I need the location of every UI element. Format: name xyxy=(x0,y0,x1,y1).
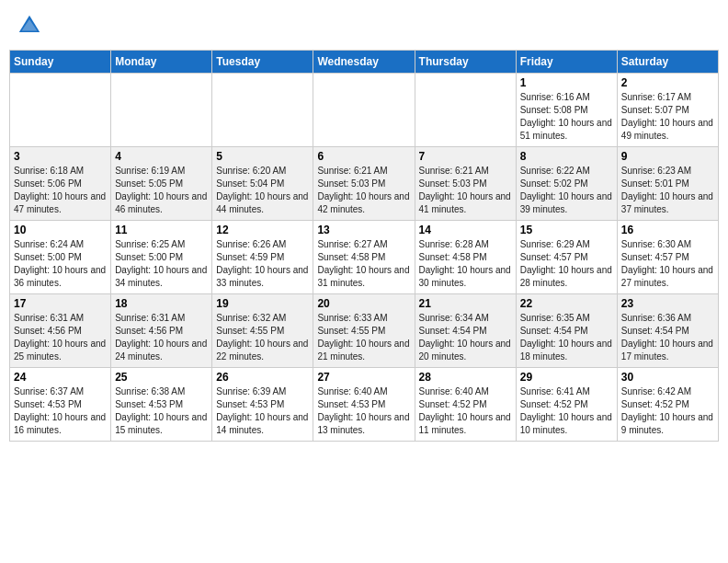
page-header xyxy=(9,9,719,42)
day-info: Sunrise: 6:20 AMSunset: 5:04 PMDaylight:… xyxy=(216,165,309,216)
calendar-cell xyxy=(111,74,212,147)
calendar-cell: 23Sunrise: 6:36 AMSunset: 4:54 PMDayligh… xyxy=(617,294,718,368)
day-number: 8 xyxy=(520,150,613,163)
day-info: Sunrise: 6:31 AMSunset: 4:56 PMDaylight:… xyxy=(14,312,107,363)
calendar-cell: 19Sunrise: 6:32 AMSunset: 4:55 PMDayligh… xyxy=(212,294,313,368)
calendar-cell: 4Sunrise: 6:19 AMSunset: 5:05 PMDaylight… xyxy=(111,147,212,221)
calendar-cell: 5Sunrise: 6:20 AMSunset: 5:04 PMDaylight… xyxy=(212,147,313,221)
calendar-cell xyxy=(313,74,415,147)
day-number: 2 xyxy=(621,76,714,89)
day-info: Sunrise: 6:27 AMSunset: 4:58 PMDaylight:… xyxy=(317,238,410,290)
calendar-cell: 9Sunrise: 6:23 AMSunset: 5:01 PMDaylight… xyxy=(617,147,718,221)
day-info: Sunrise: 6:21 AMSunset: 5:03 PMDaylight:… xyxy=(419,165,512,216)
day-number: 22 xyxy=(520,297,613,310)
day-number: 12 xyxy=(216,224,309,236)
day-info: Sunrise: 6:21 AMSunset: 5:03 PMDaylight:… xyxy=(317,165,410,216)
day-number: 24 xyxy=(14,371,107,384)
calendar-cell: 29Sunrise: 6:41 AMSunset: 4:52 PMDayligh… xyxy=(516,368,617,442)
day-number: 18 xyxy=(115,297,208,310)
day-number: 17 xyxy=(14,297,107,310)
day-number: 10 xyxy=(14,224,107,236)
calendar-cell: 14Sunrise: 6:28 AMSunset: 4:58 PMDayligh… xyxy=(415,221,516,294)
day-info: Sunrise: 6:37 AMSunset: 4:53 PMDaylight:… xyxy=(14,385,107,437)
day-info: Sunrise: 6:17 AMSunset: 5:07 PMDaylight:… xyxy=(621,91,714,143)
day-info: Sunrise: 6:30 AMSunset: 4:57 PMDaylight:… xyxy=(621,238,714,290)
day-number: 13 xyxy=(317,224,410,236)
calendar-cell xyxy=(10,74,111,147)
day-info: Sunrise: 6:33 AMSunset: 4:55 PMDaylight:… xyxy=(317,312,410,363)
day-number: 21 xyxy=(419,297,512,310)
calendar-cell: 20Sunrise: 6:33 AMSunset: 4:55 PMDayligh… xyxy=(313,294,415,368)
weekday-header-sunday: Sunday xyxy=(10,51,111,74)
day-number: 30 xyxy=(621,371,714,384)
calendar-cell: 30Sunrise: 6:42 AMSunset: 4:52 PMDayligh… xyxy=(617,368,718,442)
day-info: Sunrise: 6:22 AMSunset: 5:02 PMDaylight:… xyxy=(520,165,613,216)
day-number: 5 xyxy=(216,150,309,163)
day-number: 25 xyxy=(115,371,208,384)
logo xyxy=(17,13,46,39)
calendar-cell: 15Sunrise: 6:29 AMSunset: 4:57 PMDayligh… xyxy=(516,221,617,294)
day-info: Sunrise: 6:35 AMSunset: 4:54 PMDaylight:… xyxy=(520,312,613,363)
day-number: 26 xyxy=(216,371,309,384)
calendar-cell: 25Sunrise: 6:38 AMSunset: 4:53 PMDayligh… xyxy=(111,368,212,442)
calendar-cell: 22Sunrise: 6:35 AMSunset: 4:54 PMDayligh… xyxy=(516,294,617,368)
calendar-cell: 28Sunrise: 6:40 AMSunset: 4:52 PMDayligh… xyxy=(415,368,516,442)
calendar-cell xyxy=(415,74,516,147)
logo-icon xyxy=(17,13,42,39)
day-info: Sunrise: 6:32 AMSunset: 4:55 PMDaylight:… xyxy=(216,312,309,363)
calendar-cell: 13Sunrise: 6:27 AMSunset: 4:58 PMDayligh… xyxy=(313,221,415,294)
calendar-cell: 7Sunrise: 6:21 AMSunset: 5:03 PMDaylight… xyxy=(415,147,516,221)
calendar-cell: 6Sunrise: 6:21 AMSunset: 5:03 PMDaylight… xyxy=(313,147,415,221)
day-number: 16 xyxy=(621,224,714,236)
calendar-cell xyxy=(212,74,313,147)
calendar-cell: 27Sunrise: 6:40 AMSunset: 4:53 PMDayligh… xyxy=(313,368,415,442)
calendar-cell: 3Sunrise: 6:18 AMSunset: 5:06 PMDaylight… xyxy=(10,147,111,221)
calendar-cell: 24Sunrise: 6:37 AMSunset: 4:53 PMDayligh… xyxy=(10,368,111,442)
day-info: Sunrise: 6:36 AMSunset: 4:54 PMDaylight:… xyxy=(621,312,714,363)
day-number: 15 xyxy=(520,224,613,236)
weekday-header-thursday: Thursday xyxy=(415,51,516,74)
day-number: 28 xyxy=(419,371,512,384)
day-number: 29 xyxy=(520,371,613,384)
calendar-cell: 8Sunrise: 6:22 AMSunset: 5:02 PMDaylight… xyxy=(516,147,617,221)
day-info: Sunrise: 6:28 AMSunset: 4:58 PMDaylight:… xyxy=(419,238,512,290)
calendar-cell: 21Sunrise: 6:34 AMSunset: 4:54 PMDayligh… xyxy=(415,294,516,368)
calendar-cell: 26Sunrise: 6:39 AMSunset: 4:53 PMDayligh… xyxy=(212,368,313,442)
day-number: 6 xyxy=(317,150,410,163)
day-info: Sunrise: 6:16 AMSunset: 5:08 PMDaylight:… xyxy=(520,91,613,143)
day-info: Sunrise: 6:42 AMSunset: 4:52 PMDaylight:… xyxy=(621,385,714,437)
calendar-cell: 12Sunrise: 6:26 AMSunset: 4:59 PMDayligh… xyxy=(212,221,313,294)
day-number: 20 xyxy=(317,297,410,310)
day-info: Sunrise: 6:38 AMSunset: 4:53 PMDaylight:… xyxy=(115,385,208,437)
calendar-cell: 2Sunrise: 6:17 AMSunset: 5:07 PMDaylight… xyxy=(617,74,718,147)
calendar-table: SundayMondayTuesdayWednesdayThursdayFrid… xyxy=(9,50,719,442)
calendar-cell: 18Sunrise: 6:31 AMSunset: 4:56 PMDayligh… xyxy=(111,294,212,368)
calendar-cell: 1Sunrise: 6:16 AMSunset: 5:08 PMDaylight… xyxy=(516,74,617,147)
day-info: Sunrise: 6:31 AMSunset: 4:56 PMDaylight:… xyxy=(115,312,208,363)
calendar-cell: 17Sunrise: 6:31 AMSunset: 4:56 PMDayligh… xyxy=(10,294,111,368)
weekday-header-saturday: Saturday xyxy=(617,51,718,74)
day-number: 27 xyxy=(317,371,410,384)
day-number: 9 xyxy=(621,150,714,163)
day-info: Sunrise: 6:40 AMSunset: 4:53 PMDaylight:… xyxy=(317,385,410,437)
day-number: 14 xyxy=(419,224,512,236)
day-number: 11 xyxy=(115,224,208,236)
day-info: Sunrise: 6:39 AMSunset: 4:53 PMDaylight:… xyxy=(216,385,309,437)
day-number: 19 xyxy=(216,297,309,310)
day-info: Sunrise: 6:24 AMSunset: 5:00 PMDaylight:… xyxy=(14,238,107,290)
day-info: Sunrise: 6:41 AMSunset: 4:52 PMDaylight:… xyxy=(520,385,613,437)
calendar-cell: 10Sunrise: 6:24 AMSunset: 5:00 PMDayligh… xyxy=(10,221,111,294)
day-info: Sunrise: 6:19 AMSunset: 5:05 PMDaylight:… xyxy=(115,165,208,216)
day-number: 3 xyxy=(14,150,107,163)
day-number: 1 xyxy=(520,76,613,89)
day-number: 23 xyxy=(621,297,714,310)
weekday-header-tuesday: Tuesday xyxy=(212,51,313,74)
day-info: Sunrise: 6:23 AMSunset: 5:01 PMDaylight:… xyxy=(621,165,714,216)
day-info: Sunrise: 6:34 AMSunset: 4:54 PMDaylight:… xyxy=(419,312,512,363)
day-info: Sunrise: 6:29 AMSunset: 4:57 PMDaylight:… xyxy=(520,238,613,290)
weekday-header-friday: Friday xyxy=(516,51,617,74)
calendar-cell: 11Sunrise: 6:25 AMSunset: 5:00 PMDayligh… xyxy=(111,221,212,294)
calendar-cell: 16Sunrise: 6:30 AMSunset: 4:57 PMDayligh… xyxy=(617,221,718,294)
day-info: Sunrise: 6:25 AMSunset: 5:00 PMDaylight:… xyxy=(115,238,208,290)
day-info: Sunrise: 6:18 AMSunset: 5:06 PMDaylight:… xyxy=(14,165,107,216)
